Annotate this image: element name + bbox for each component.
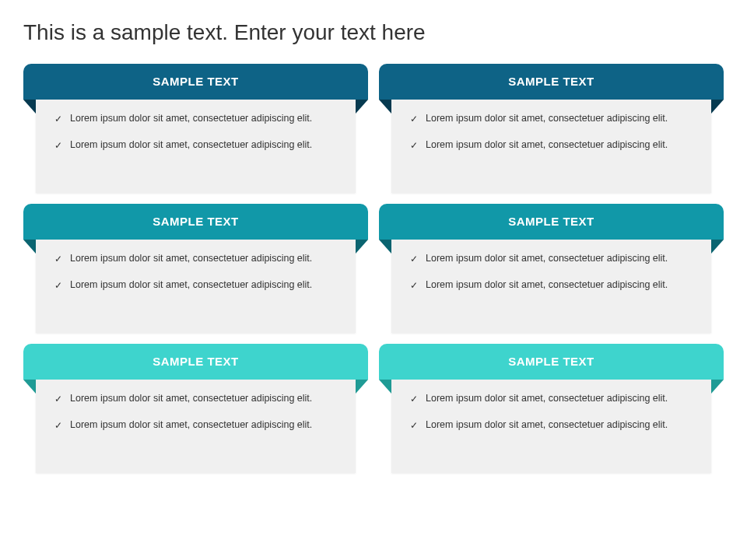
bullet-text: Lorem ipsum dolor sit amet, consectetuer…	[70, 112, 312, 126]
ribbon-fold-right	[711, 380, 724, 394]
card-header: SAMPLE TEXT	[379, 344, 724, 380]
check-icon: ✓	[54, 279, 62, 292]
bullet-text: Lorem ipsum dolor sit amet, consectetuer…	[70, 252, 312, 266]
card-body: ✓ Lorem ipsum dolor sit amet, consectetu…	[391, 100, 711, 193]
check-icon: ✓	[410, 139, 418, 152]
bullet-item: ✓ Lorem ipsum dolor sit amet, consectetu…	[54, 418, 337, 432]
page-title: This is a sample text. Enter your text h…	[23, 20, 724, 45]
card-body: ✓ Lorem ipsum dolor sit amet, consectetu…	[36, 380, 356, 473]
bullet-item: ✓ Lorem ipsum dolor sit amet, consectetu…	[54, 138, 337, 152]
bullet-text: Lorem ipsum dolor sit amet, consectetuer…	[426, 112, 668, 126]
check-icon: ✓	[410, 113, 418, 126]
bullet-item: ✓ Lorem ipsum dolor sit amet, consectetu…	[410, 252, 693, 266]
ribbon-fold-left	[23, 380, 36, 394]
check-icon: ✓	[410, 393, 418, 406]
check-icon: ✓	[54, 253, 62, 266]
ribbon-fold-right	[356, 240, 368, 254]
bullet-item: ✓ Lorem ipsum dolor sit amet, consectetu…	[54, 252, 337, 266]
info-card: SAMPLE TEXT ✓ Lorem ipsum dolor sit amet…	[23, 344, 368, 473]
ribbon-fold-left	[379, 100, 391, 114]
bullet-text: Lorem ipsum dolor sit amet, consectetuer…	[426, 278, 668, 292]
bullet-item: ✓ Lorem ipsum dolor sit amet, consectetu…	[54, 278, 337, 292]
ribbon-fold-right	[711, 240, 724, 254]
check-icon: ✓	[54, 419, 62, 432]
card-header: SAMPLE TEXT	[23, 64, 368, 100]
card-body: ✓ Lorem ipsum dolor sit amet, consectetu…	[391, 240, 711, 333]
bullet-item: ✓ Lorem ipsum dolor sit amet, consectetu…	[54, 112, 337, 126]
ribbon-fold-left	[379, 380, 391, 394]
card-header: SAMPLE TEXT	[379, 64, 724, 100]
bullet-text: Lorem ipsum dolor sit amet, consectetuer…	[70, 278, 312, 292]
card-grid: SAMPLE TEXT ✓ Lorem ipsum dolor sit amet…	[23, 64, 724, 473]
bullet-text: Lorem ipsum dolor sit amet, consectetuer…	[70, 418, 312, 432]
ribbon-fold-left	[23, 240, 36, 254]
bullet-text: Lorem ipsum dolor sit amet, consectetuer…	[70, 392, 312, 406]
bullet-item: ✓ Lorem ipsum dolor sit amet, consectetu…	[410, 418, 693, 432]
bullet-item: ✓ Lorem ipsum dolor sit amet, consectetu…	[54, 392, 337, 406]
card-body: ✓ Lorem ipsum dolor sit amet, consectetu…	[36, 240, 356, 333]
bullet-item: ✓ Lorem ipsum dolor sit amet, consectetu…	[410, 392, 693, 406]
ribbon-fold-right	[356, 100, 368, 114]
info-card: SAMPLE TEXT ✓ Lorem ipsum dolor sit amet…	[379, 204, 724, 333]
ribbon-fold-left	[23, 100, 36, 114]
check-icon: ✓	[54, 393, 62, 406]
card-header: SAMPLE TEXT	[379, 204, 724, 240]
card-header: SAMPLE TEXT	[23, 204, 368, 240]
card-header: SAMPLE TEXT	[23, 344, 368, 380]
check-icon: ✓	[54, 139, 62, 152]
card-body: ✓ Lorem ipsum dolor sit amet, consectetu…	[391, 380, 711, 473]
card-body: ✓ Lorem ipsum dolor sit amet, consectetu…	[36, 100, 356, 193]
bullet-item: ✓ Lorem ipsum dolor sit amet, consectetu…	[410, 278, 693, 292]
info-card: SAMPLE TEXT ✓ Lorem ipsum dolor sit amet…	[23, 204, 368, 333]
ribbon-fold-right	[356, 380, 368, 394]
bullet-text: Lorem ipsum dolor sit amet, consectetuer…	[426, 138, 668, 152]
bullet-item: ✓ Lorem ipsum dolor sit amet, consectetu…	[410, 112, 693, 126]
check-icon: ✓	[410, 253, 418, 266]
bullet-text: Lorem ipsum dolor sit amet, consectetuer…	[70, 138, 312, 152]
slide-page: This is a sample text. Enter your text h…	[0, 0, 747, 488]
bullet-text: Lorem ipsum dolor sit amet, consectetuer…	[426, 418, 668, 432]
check-icon: ✓	[54, 113, 62, 126]
info-card: SAMPLE TEXT ✓ Lorem ipsum dolor sit amet…	[23, 64, 368, 193]
check-icon: ✓	[410, 419, 418, 432]
check-icon: ✓	[410, 279, 418, 292]
info-card: SAMPLE TEXT ✓ Lorem ipsum dolor sit amet…	[379, 344, 724, 473]
bullet-item: ✓ Lorem ipsum dolor sit amet, consectetu…	[410, 138, 693, 152]
ribbon-fold-right	[711, 100, 724, 114]
bullet-text: Lorem ipsum dolor sit amet, consectetuer…	[426, 392, 668, 406]
ribbon-fold-left	[379, 240, 391, 254]
info-card: SAMPLE TEXT ✓ Lorem ipsum dolor sit amet…	[379, 64, 724, 193]
bullet-text: Lorem ipsum dolor sit amet, consectetuer…	[426, 252, 668, 266]
